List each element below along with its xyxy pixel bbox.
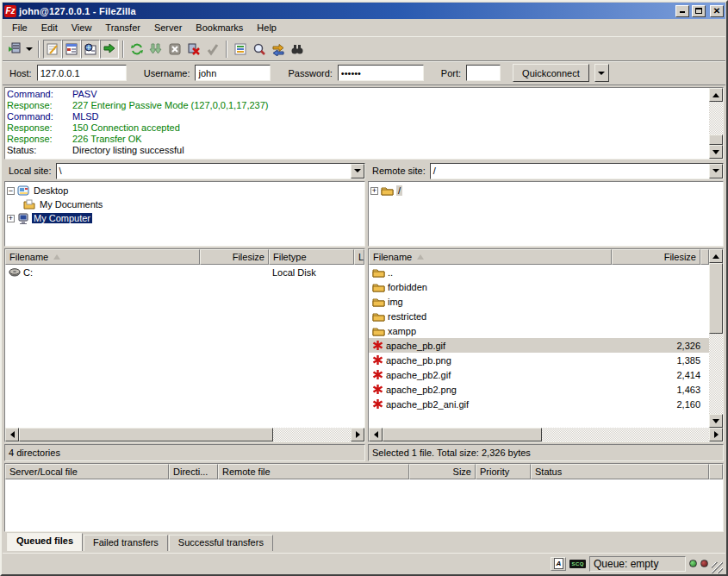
column-remote-file[interactable]: Remote file [218,464,409,479]
scroll-thumb[interactable] [19,428,273,441]
minimize-button[interactable] [675,5,689,17]
file-row[interactable]: xampp [369,323,709,338]
tab-successful-transfers[interactable]: Successful transfers [169,535,273,551]
resize-grip[interactable] [712,562,723,573]
column-server-local-file[interactable]: Server/Local file [5,464,169,479]
column-priority[interactable]: Priority [476,464,531,479]
quickconnect-button[interactable]: Quickconnect [513,64,589,82]
file-row[interactable]: img [369,294,709,309]
site-manager-dropdown[interactable] [24,40,34,59]
remote-vertical-scrollbar[interactable] [709,249,723,428]
toggle-remote-tree-button[interactable] [81,40,100,59]
quickconnect-dropdown[interactable] [594,64,609,82]
scroll-thumb[interactable] [383,428,542,441]
remote-site-combo[interactable]: / [430,163,724,179]
column-status[interactable]: Status [531,464,709,479]
expand-icon[interactable]: + [7,215,15,222]
column-size[interactable]: Size [409,464,476,479]
tab-failed-transfers[interactable]: Failed transfers [84,535,168,551]
find-files-button[interactable] [288,40,307,59]
menu-transfer[interactable]: Transfer [99,21,146,34]
scroll-thumb[interactable] [709,263,723,334]
scroll-track[interactable] [542,428,709,441]
scroll-track[interactable] [709,334,723,414]
remote-site-dropdown[interactable] [709,164,723,178]
column-filename[interactable]: Filename [5,249,200,265]
remote-horizontal-scrollbar[interactable] [369,428,723,441]
site-manager-button[interactable] [5,40,24,59]
host-input[interactable] [37,65,127,81]
scroll-up-button[interactable] [709,249,723,263]
speed-limit-icon[interactable]: SCQ [569,560,586,568]
close-button[interactable]: ✕ [710,5,724,17]
tree-item-root[interactable]: + / [370,184,721,197]
scroll-track[interactable] [709,102,723,135]
remote-file-list: Filename Filesize .. forbidden [368,248,724,442]
collapse-icon[interactable]: − [7,187,15,195]
menu-server[interactable]: Server [148,21,188,34]
title-bar[interactable]: Fz john@127.0.0.1 - FileZilla ✕ [3,3,725,19]
tree-item-label[interactable]: My Documents [38,199,104,210]
toggle-local-tree-button[interactable] [62,40,81,59]
file-row[interactable]: restricted [369,309,709,323]
refresh-button[interactable] [128,40,146,59]
process-queue-button[interactable] [146,40,165,59]
scroll-right-button[interactable] [709,428,723,441]
port-input[interactable] [466,65,501,81]
file-row[interactable]: apache_pb2.gif 2,414 [369,367,709,382]
local-site-combo[interactable]: \ [56,163,365,179]
column-filename[interactable]: Filename [369,249,612,265]
cancel-button[interactable] [165,40,184,59]
scroll-down-button[interactable] [709,145,723,159]
scroll-thumb[interactable] [709,135,723,145]
scroll-left-button[interactable] [5,428,19,441]
tree-item-label[interactable]: My Computer [32,213,92,223]
compare-button[interactable] [250,40,269,59]
file-row-selected[interactable]: apache_pb.gif 2,326 [369,338,709,353]
scroll-down-button[interactable] [709,414,723,428]
local-horizontal-scrollbar[interactable] [5,428,364,441]
column-filesize[interactable]: Filesize [200,249,269,265]
scroll-track[interactable] [273,428,351,441]
scroll-up-button[interactable] [709,88,723,102]
tree-item-my-computer[interactable]: + My Computer [7,211,363,225]
menu-bookmarks[interactable]: Bookmarks [190,21,249,34]
tree-item-desktop[interactable]: − Desktop [7,184,363,197]
transfer-queue-panel: Server/Local file Directi... Remote file… [4,463,724,551]
toggle-message-log-button[interactable] [43,40,62,59]
menu-help[interactable]: Help [251,21,283,34]
username-input[interactable] [195,65,271,81]
tree-item-label[interactable]: Desktop [32,185,70,196]
file-row[interactable]: forbidden [369,279,709,294]
scroll-right-button[interactable] [351,428,364,441]
disconnect-button[interactable] [184,40,203,59]
scroll-left-button[interactable] [369,428,383,441]
my-documents-icon [23,199,35,210]
menu-edit[interactable]: Edit [35,21,64,34]
file-row-c-drive[interactable]: C: Local Disk [5,265,364,279]
transfer-type-indicator[interactable]: A [551,557,566,571]
menu-file[interactable]: File [6,21,34,34]
column-last-modified[interactable]: L [354,249,364,265]
file-row[interactable]: apache_pb2.png 1,463 [369,382,709,397]
tree-item-my-documents[interactable]: My Documents [7,197,363,211]
file-row[interactable]: apache_pb2_ani.gif 2,160 [369,397,709,411]
menu-view[interactable]: View [65,21,98,34]
toggle-queue-button[interactable] [100,40,119,59]
local-site-dropdown[interactable] [351,164,364,178]
column-filesize[interactable]: Filesize [612,249,700,265]
file-row[interactable]: .. [369,265,709,279]
password-input[interactable] [338,65,424,81]
log-scrollbar[interactable] [709,88,723,159]
filter-button[interactable] [231,40,250,59]
maximize-button[interactable] [692,5,706,17]
column-filetype[interactable]: Filetype [269,249,354,265]
queue-body[interactable] [5,479,723,531]
reconnect-button[interactable] [203,40,222,59]
sync-browse-button[interactable] [269,40,288,59]
file-row[interactable]: apache_pb.png 1,385 [369,353,709,367]
tab-queued-files[interactable]: Queued files [7,533,83,551]
tree-item-label[interactable]: / [396,185,402,196]
column-direction[interactable]: Directi... [169,464,218,479]
expand-icon[interactable]: + [370,187,378,195]
